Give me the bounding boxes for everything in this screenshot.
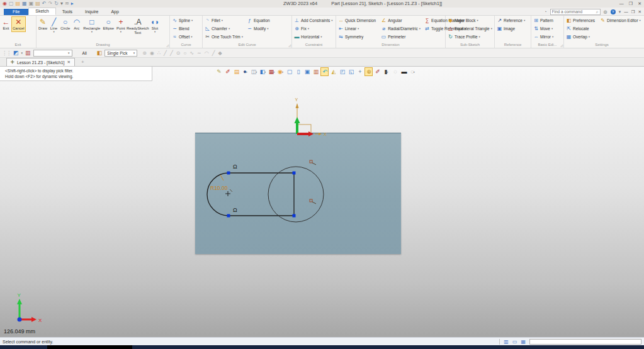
annotate-pen-icon[interactable]: ✐ [223, 67, 232, 76]
rectangle-button[interactable]: □ Rectangle ▾ [82, 16, 101, 35]
filter-ray-icon[interactable]: ╱ [170, 50, 173, 56]
toolbar-grip[interactable]: ⋮⋮ [2, 50, 11, 56]
move-button[interactable]: ⇅ Move ▾ [532, 25, 556, 33]
customize-icon[interactable]: ≂ [65, 1, 69, 7]
doc-restore-button[interactable]: ❐ [631, 9, 635, 14]
command-search[interactable]: ⌕ [550, 9, 601, 15]
window-single-icon[interactable]: ▢ [285, 67, 293, 76]
tab-tools[interactable]: Tools [56, 9, 79, 15]
add-constraints-button[interactable]: ⊥ Add Constraints ▾ [293, 16, 334, 25]
app-logo-icon[interactable]: ◉ [3, 1, 7, 7]
slot-button[interactable]: ◖◗ Slot ▾ [149, 16, 161, 35]
print-icon[interactable]: ▣ [29, 1, 34, 7]
new-file-icon[interactable]: ▢ [9, 1, 14, 7]
equilateral-triangle-button[interactable]: △ Equilateral Triangle ▾ [446, 25, 494, 33]
redo-icon[interactable]: ↷ [48, 1, 53, 7]
linear-button[interactable]: ⇤ Linear ▾ [337, 25, 378, 33]
sketch-plane-face[interactable] [195, 133, 401, 254]
save-icon[interactable]: ▦ [22, 1, 27, 7]
calculator-icon[interactable]: ▦ [521, 339, 526, 345]
preferences-button[interactable]: ◧ Preferences [565, 16, 597, 25]
qat-dropdown-icon[interactable]: ▾ [60, 1, 63, 7]
half-section-icon[interactable]: ◧▾ [259, 67, 267, 76]
help-dropdown-icon[interactable]: ▾ [619, 9, 621, 14]
horizontal-button[interactable]: ▬ Horizontal ▾ [293, 33, 334, 41]
window-horizontal-icon[interactable]: ▯ [294, 67, 302, 76]
layer-front-icon[interactable]: ◰ [338, 67, 346, 76]
tab-app[interactable]: App [105, 9, 125, 15]
undo-icon[interactable]: ↶ [42, 1, 47, 7]
layer-back-icon[interactable]: ◱ [347, 67, 355, 76]
filter-circle-icon[interactable]: ⊙ [176, 50, 181, 56]
make-block-button[interactable]: ◆ Make Block ▾ [446, 16, 494, 25]
symmetry-button[interactable]: ⇋ Symmetry [337, 33, 378, 41]
open-folder-icon[interactable]: ▤ [232, 67, 240, 76]
minimize-button[interactable]: — [619, 1, 624, 6]
restore-button[interactable]: ❐ [629, 1, 633, 6]
wireframe-cube-icon[interactable]: ◫▾ [250, 67, 258, 76]
layer-manager-icon[interactable]: ◩ [13, 50, 19, 56]
chamfer-button[interactable]: ◺ Chamfer ▾ [203, 25, 244, 33]
black-bar-icon[interactable]: ▬ [400, 67, 408, 76]
draw-button[interactable]: ✎ Draw [37, 16, 48, 32]
new-tab-button[interactable]: + [81, 59, 84, 66]
line-button[interactable]: ╱ Line ▾ [48, 16, 59, 35]
grid-display-icon[interactable]: ▦▾ [268, 67, 276, 76]
dock-panel-icon[interactable]: ▥ [504, 339, 509, 345]
auto-rotate-target-icon[interactable]: ⊕ [364, 67, 373, 76]
filter-segment-icon[interactable]: ╱ [212, 50, 215, 56]
dashed-circle-icon[interactable]: ◌▾ [409, 67, 417, 76]
snap-target-icon[interactable]: ◉▾ [276, 67, 285, 76]
one-touch-trim-button[interactable]: ✂ One Touch Trim ▾ [203, 33, 244, 41]
tab-inquire[interactable]: Inquire [79, 9, 105, 15]
circle-button[interactable]: ○ Circle [59, 16, 71, 32]
pin-icon[interactable]: ◔ [544, 9, 546, 14]
doc-close-button[interactable]: ✕ [638, 9, 641, 14]
visibility-filter-icon[interactable]: ▥ [25, 50, 31, 56]
fillet-button[interactable]: ◝ Fillet ▾ [203, 16, 244, 25]
search-input[interactable] [552, 9, 596, 14]
spline-button[interactable]: ∿ Spline ▾ [171, 16, 194, 25]
close-button[interactable]: ✕ [638, 1, 641, 6]
window-grid-icon[interactable]: ▣ [303, 67, 311, 76]
radial-diametric-button[interactable]: ⌀ Radial/Diametric ▾ [380, 25, 422, 33]
export-icon[interactable]: ▤ [35, 1, 40, 7]
perimeter-button[interactable]: ▭ Perimeter [380, 33, 422, 41]
modify-button[interactable]: ∽ Modify ▾ [246, 25, 273, 33]
filter-spline-icon[interactable]: ∿ [189, 50, 194, 56]
filter-arc-icon[interactable]: ◠ [205, 50, 209, 56]
filter-ellipse-icon[interactable]: ○ [183, 50, 186, 56]
filter-face-icon[interactable]: ◆ [218, 50, 222, 56]
status-input[interactable] [529, 339, 641, 345]
overlap-button[interactable]: ▦ Overlap ▾ [565, 33, 597, 41]
filter-line-icon[interactable]: ╱ [164, 50, 167, 56]
fix-button[interactable]: ⊕ Fix ▾ [293, 25, 334, 33]
reference-button[interactable]: ↗ Reference ▾ [495, 16, 526, 25]
shade-mode-icon[interactable]: ●▾ [241, 67, 249, 76]
document-tab[interactable]: ✛ Lesson 21.Z3 - [Sketch1] ✕ [6, 58, 75, 66]
doc-minimize-button[interactable]: — [624, 9, 628, 14]
point-button[interactable]: + Point ▾ [115, 16, 127, 35]
edit-curve-dialog-launcher[interactable]: ◿ [288, 43, 291, 47]
sketch-pen-icon[interactable]: ✐ [373, 67, 381, 76]
arc-button[interactable]: ◠ Arc [71, 16, 82, 32]
globe-icon[interactable]: ◍ [604, 9, 607, 14]
angular-button[interactable]: ∠ Angular [380, 16, 422, 25]
play-icon[interactable]: ▸ [71, 1, 74, 7]
quick-dimension-button[interactable]: ↔ Quick Dimension [337, 16, 378, 25]
view-previous-icon[interactable]: ↶ [320, 67, 329, 76]
relocate-button[interactable]: ⇱ Relocate [565, 25, 597, 33]
trace-profile-button[interactable]: ↻ Trace Profile ▾ [446, 33, 494, 41]
readysketch-text-button[interactable]: .A ReadySketch Text [127, 16, 149, 36]
pan-cursor-icon[interactable]: + [356, 67, 364, 76]
graphics-canvas[interactable]: <Shift-right-click> to display pick filt… [0, 67, 644, 337]
cancel-button[interactable]: ✕ Cancel [11, 16, 26, 32]
solid-display-icon[interactable]: ▮▾ [382, 67, 390, 76]
help-icon[interactable]: ? [611, 9, 616, 14]
regen-icon[interactable]: ↻ [54, 1, 59, 7]
layer-combo[interactable]: ▾ [33, 50, 72, 57]
ghost-display-icon[interactable]: ◌ [391, 67, 399, 76]
open-file-icon[interactable]: ▤ [16, 1, 21, 7]
layer-manager-caret[interactable]: ▾ [21, 51, 23, 55]
equation-button[interactable]: ƒ Equation [246, 16, 273, 25]
